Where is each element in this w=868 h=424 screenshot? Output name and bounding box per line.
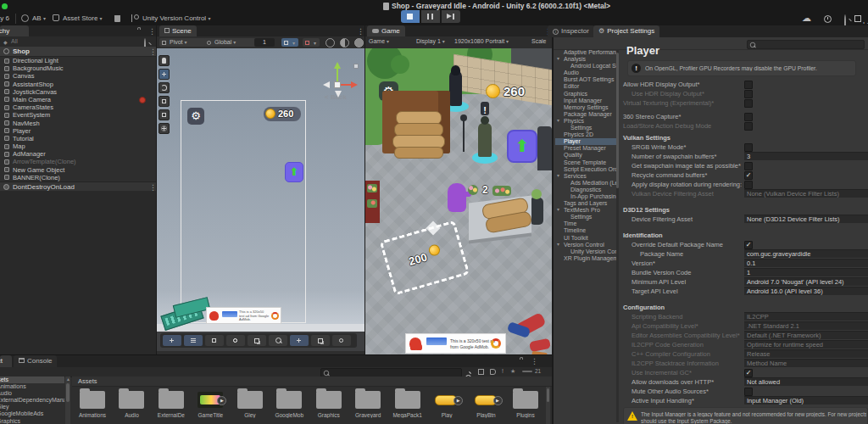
checkbox[interactable] bbox=[744, 388, 753, 396]
hierarchy-item[interactable]: Map bbox=[0, 142, 156, 150]
tree-item[interactable]: Assets bbox=[0, 377, 64, 383]
grid-scrollbar[interactable] bbox=[546, 387, 550, 424]
image-overlay-button[interactable] bbox=[205, 335, 224, 346]
settings-nav-item[interactable]: ▾ Physics 2D bbox=[555, 131, 616, 138]
upgrade-button[interactable]: ⬆ bbox=[507, 130, 537, 163]
checkbox[interactable] bbox=[744, 162, 753, 170]
settings-nav-item[interactable]: ▾ Timeline bbox=[555, 227, 616, 234]
value-field[interactable]: Android 16.0 (API level 36) bbox=[744, 287, 868, 295]
hierarchy-item[interactable]: EventSystem bbox=[0, 111, 156, 119]
tab-console[interactable]: Console bbox=[14, 355, 57, 367]
tab-scene[interactable]: Scene bbox=[159, 25, 197, 36]
checkbox[interactable] bbox=[744, 241, 753, 249]
step-button[interactable] bbox=[442, 10, 460, 23]
asset-folder[interactable]: ▶ Graphics bbox=[311, 387, 347, 424]
settings-nav-item[interactable]: ▾ Audio bbox=[555, 70, 616, 76]
cards-overlay-button[interactable] bbox=[311, 335, 330, 346]
value-field[interactable]: Input Manager (Old) bbox=[744, 396, 868, 404]
checkbox[interactable] bbox=[744, 122, 753, 131]
tree-item[interactable]: Gley bbox=[0, 404, 64, 410]
settings-nav-item[interactable]: ▾ Preset Manager bbox=[555, 145, 616, 152]
pivot-dropdown[interactable]: Pivot ▾ bbox=[159, 38, 210, 47]
value-field[interactable]: Release bbox=[744, 349, 868, 358]
move-tool-button[interactable] bbox=[159, 69, 170, 80]
settings-nav-item[interactable]: ▾ Settings bbox=[555, 214, 616, 220]
foldout-arrow-icon[interactable]: ▾ bbox=[557, 242, 559, 248]
settings-nav-item[interactable]: ▾ Version Control bbox=[555, 242, 616, 248]
hierarchy-menu-icon[interactable]: ⋮ bbox=[148, 27, 156, 36]
display-dropdown[interactable]: Display 1 ▾ bbox=[416, 38, 445, 44]
asset-folder[interactable]: ▶ PlayBtn bbox=[469, 387, 504, 424]
hierarchy-item[interactable]: Directional Light bbox=[0, 57, 156, 64]
settings-nav-item[interactable]: ▾ UI Toolkit bbox=[555, 235, 616, 242]
game-mode-dropdown[interactable]: Game ▾ bbox=[369, 38, 389, 44]
value-field[interactable]: Optimize for runtime speed bbox=[744, 340, 868, 349]
snap-increment-button[interactable]: ▾ bbox=[303, 38, 320, 47]
settings-nav-item[interactable]: ▾ Player bbox=[555, 138, 616, 145]
settings-nav-item[interactable]: ▾ Script Execution Order bbox=[555, 166, 616, 173]
tab-project-settings[interactable]: ⚙Project Settings bbox=[593, 25, 659, 37]
settings-nav-item[interactable]: ▾ Input Manager bbox=[555, 98, 616, 104]
hierarchy-item[interactable]: BANNER(Clone) bbox=[0, 174, 156, 181]
asset-folder[interactable]: ▶ ExternalDe bbox=[153, 387, 189, 424]
history-icon[interactable] bbox=[824, 15, 832, 23]
breadcrumb[interactable]: Assets bbox=[78, 377, 97, 385]
asset-folder[interactable]: ▶ GoogleMob bbox=[271, 387, 307, 424]
info-filter-icon[interactable]: ! bbox=[502, 368, 504, 374]
hierarchy-item[interactable]: AdManager bbox=[0, 150, 156, 158]
hierarchy-item[interactable]: NavMesh bbox=[0, 120, 156, 127]
asset-folder[interactable]: ▶ Graveyard bbox=[350, 387, 386, 424]
trash-icon[interactable] bbox=[114, 15, 120, 22]
tab-hierarchy[interactable]: Hierarchy bbox=[0, 25, 29, 36]
hierarchy-item[interactable]: Main Camera bbox=[0, 96, 156, 103]
account-button[interactable]: AB ▾ bbox=[32, 14, 46, 22]
asset-store-button[interactable]: Asset Store ▾ bbox=[63, 14, 103, 22]
settings-nav-item[interactable]: ▾ Android Logcat Settings bbox=[555, 63, 616, 70]
foldout-arrow-icon[interactable]: ▾ bbox=[557, 207, 559, 213]
settings-nav-item[interactable]: ▾ Ads Mediation (LevelPlay) bbox=[555, 180, 616, 187]
zoom-slider[interactable] bbox=[522, 371, 532, 372]
compass-overlay-button[interactable] bbox=[332, 335, 351, 346]
scene-menu-icon[interactable]: ⋮ bbox=[149, 47, 157, 56]
settings-button[interactable]: ⚙ bbox=[187, 108, 204, 125]
transform-tool-button[interactable] bbox=[159, 123, 170, 134]
value-field[interactable]: 1 bbox=[744, 268, 868, 276]
tree-scrollbar[interactable]: ▲ bbox=[65, 377, 70, 424]
macos-green-button[interactable] bbox=[2, 3, 8, 9]
hierarchy-item[interactable]: ArrowTemplate(Clone) bbox=[0, 158, 156, 165]
tab-game[interactable]: Game bbox=[367, 25, 405, 36]
settings-nav-item[interactable]: ▾ Graphics bbox=[555, 91, 616, 98]
hierarchy-item[interactable]: BackgroundMusic bbox=[0, 64, 156, 72]
settings-nav-item[interactable]: ▾ Scene Template bbox=[555, 159, 616, 166]
checkbox[interactable] bbox=[744, 113, 753, 121]
value-field[interactable]: Android 7.0 'Nougat' (API level 24) bbox=[744, 277, 868, 286]
value-field[interactable]: com.guc.graveyardidle bbox=[744, 249, 868, 258]
value-field[interactable]: Method Name bbox=[744, 359, 868, 367]
scene-camera-toggle[interactable] bbox=[326, 38, 335, 47]
settings-nav-item[interactable]: ▾ Quality bbox=[555, 152, 616, 159]
upgrade-button[interactable]: ⬆ bbox=[285, 162, 303, 182]
settings-nav-item[interactable]: ▾ Services bbox=[555, 173, 616, 180]
settings-nav-item[interactable]: ▾ Analysis bbox=[555, 56, 616, 63]
value-field[interactable]: IL2CPP bbox=[744, 312, 868, 321]
label-icon[interactable] bbox=[490, 369, 496, 375]
asset-folder[interactable]: ▶ Play bbox=[429, 387, 465, 424]
settings-nav-item[interactable]: ▾ Tags and Layers bbox=[555, 200, 616, 207]
play-button[interactable] bbox=[401, 10, 420, 23]
foldout-arrow-icon[interactable]: ▾ bbox=[557, 118, 559, 124]
scale-tool-button[interactable] bbox=[159, 96, 170, 107]
value-field[interactable]: Default (.NET Framework) bbox=[744, 331, 868, 339]
tree-item[interactable]: Audio bbox=[0, 390, 64, 397]
asset-folder[interactable]: ▶ Gley bbox=[232, 387, 268, 424]
nav-scrollbar[interactable] bbox=[616, 49, 619, 422]
scene-light-toggle[interactable] bbox=[340, 38, 349, 47]
list-overlay-button[interactable] bbox=[184, 335, 203, 346]
purchase-zone[interactable]: 200 bbox=[380, 220, 470, 296]
grid-snap-button[interactable]: ▾ bbox=[281, 38, 298, 47]
tab-project[interactable]: Project bbox=[0, 355, 12, 367]
value-field[interactable]: 3 bbox=[744, 152, 868, 160]
scene-header-row[interactable]: Shop ⋮ bbox=[0, 47, 156, 57]
hierarchy-item[interactable]: Canvas bbox=[0, 72, 156, 80]
asset-folder[interactable]: ▶ Plugins bbox=[508, 387, 543, 424]
hierarchy-item[interactable]: CameraStates bbox=[0, 103, 156, 111]
